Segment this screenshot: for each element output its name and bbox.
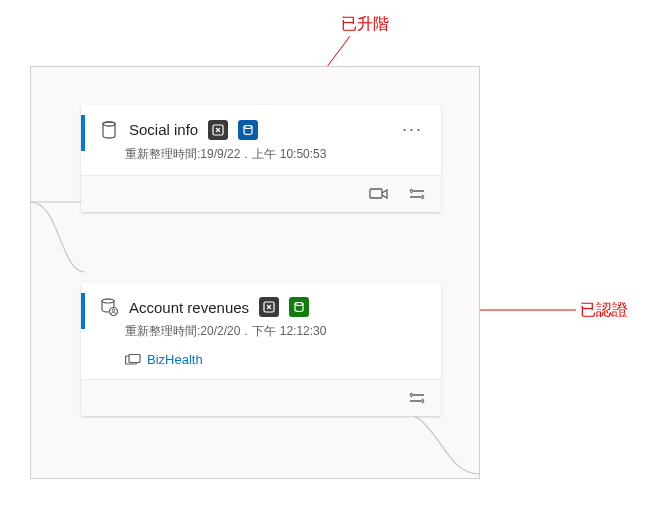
card-header: Social info ···	[81, 105, 441, 146]
card-accent	[81, 293, 85, 329]
svg-point-2	[103, 122, 115, 126]
lineage-canvas: Social info ··· 重新整理時間:19/9/22．上午 10:50:…	[30, 66, 480, 479]
svg-point-10	[295, 303, 303, 306]
svg-rect-12	[129, 354, 140, 362]
card-footer	[81, 379, 441, 416]
card-title: Account revenues	[129, 299, 249, 316]
annotation-certified: 已認證	[580, 300, 628, 321]
sensitivity-badge-icon	[259, 297, 279, 317]
card-footer	[81, 175, 441, 212]
dataset-shared-icon	[99, 297, 119, 317]
svg-point-4	[244, 125, 252, 128]
dataset-card-social-info[interactable]: Social info ··· 重新整理時間:19/9/22．上午 10:50:…	[81, 105, 441, 212]
dataset-card-account-revenues[interactable]: Account revenues 重新整理時間:20/2/20．下午 12:12…	[81, 283, 441, 416]
impact-icon[interactable]	[369, 186, 389, 202]
card-link-row: BizHealth	[81, 352, 441, 379]
card-refresh-time: 重新整理時間:19/9/22．上午 10:50:53	[81, 146, 441, 175]
workspace-icon	[125, 353, 141, 367]
card-header: Account revenues	[81, 283, 441, 323]
svg-point-6	[102, 299, 114, 303]
card-title: Social info	[129, 121, 198, 138]
promoted-badge-icon	[238, 120, 258, 140]
certified-badge-icon	[289, 297, 309, 317]
lineage-toggle-icon[interactable]	[407, 390, 427, 406]
card-refresh-time: 重新整理時間:20/2/20．下午 12:12:30	[81, 323, 441, 352]
workspace-link[interactable]: BizHealth	[147, 352, 203, 367]
card-accent	[81, 115, 85, 151]
annotation-promoted: 已升階	[341, 14, 389, 35]
dataset-icon	[99, 120, 119, 140]
card-more-button[interactable]: ···	[398, 119, 427, 140]
lineage-toggle-icon[interactable]	[407, 186, 427, 202]
sensitivity-badge-icon	[208, 120, 228, 140]
svg-rect-5	[370, 189, 382, 198]
